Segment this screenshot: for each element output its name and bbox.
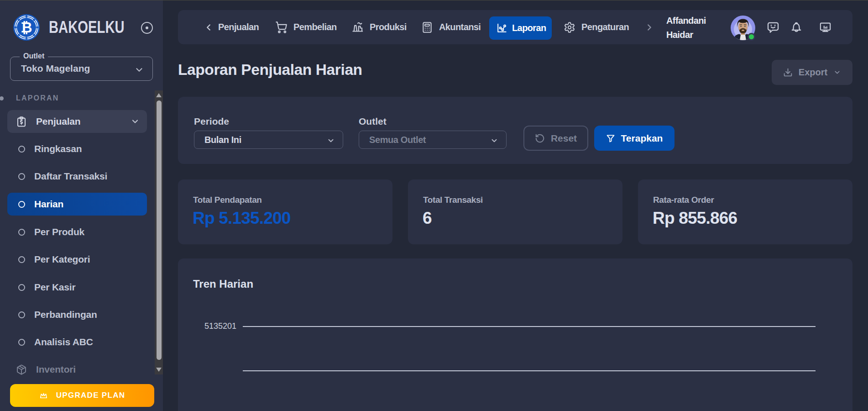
svg-text:₿: ₿ [21,20,32,36]
